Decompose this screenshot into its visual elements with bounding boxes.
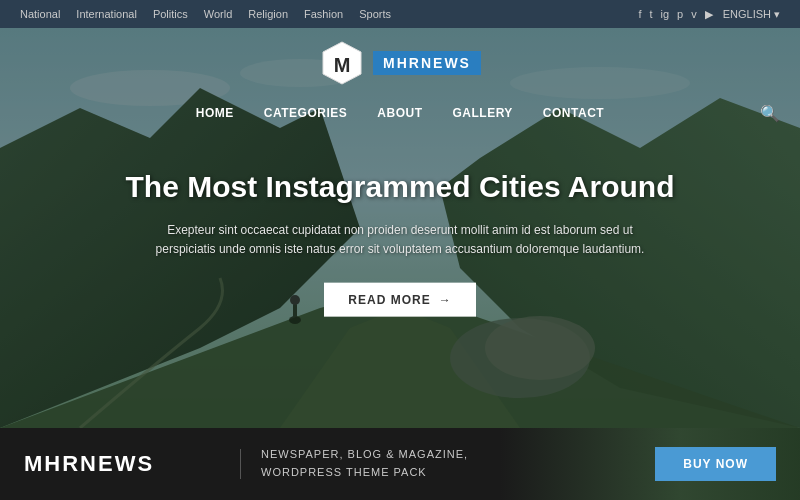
svg-text:M: M [334, 54, 351, 76]
read-more-button[interactable]: READ MORE → [324, 283, 475, 317]
social-icons: f t ig p v ▶ [638, 8, 712, 21]
logo-icon: M [319, 40, 365, 86]
main-navbar: HOME CATEGORIES ABOUT GALLERY CONTACT 🔍 [0, 94, 800, 132]
nav-contact[interactable]: CONTACT [543, 102, 604, 124]
hero-subtitle: Exepteur sint occaecat cupidatat non pro… [150, 221, 650, 259]
vimeo-icon[interactable]: v [691, 8, 697, 21]
banner-logo: MHRNEWS [0, 451, 220, 477]
nav-international[interactable]: International [76, 8, 137, 20]
banner-divider [240, 449, 241, 479]
hero-title: The Most Instagrammed Cities Around [40, 169, 760, 205]
banner-tagline: NEWSPAPER, BLOG & MAGAZINE, WORDPRESS TH… [261, 446, 655, 481]
youtube-icon[interactable]: ▶ [705, 8, 713, 21]
nav-gallery[interactable]: GALLERY [452, 102, 512, 124]
nav-national[interactable]: National [20, 8, 60, 20]
top-navigation: National International Politics World Re… [20, 8, 391, 20]
logo-area: M MHRNEWS [319, 28, 481, 94]
nav-world[interactable]: World [204, 8, 233, 20]
nav-about[interactable]: ABOUT [377, 102, 422, 124]
search-icon[interactable]: 🔍 [760, 104, 780, 123]
nav-religion[interactable]: Religion [248, 8, 288, 20]
logo-text: MHRNEWS [373, 51, 481, 75]
nav-fashion[interactable]: Fashion [304, 8, 343, 20]
tagline-line2: WORDPRESS THEME PACK [261, 464, 655, 482]
nav-links: HOME CATEGORIES ABOUT GALLERY CONTACT [196, 102, 604, 124]
hero-content: The Most Instagrammed Cities Around Exep… [40, 169, 760, 317]
buy-now-button[interactable]: BUY NOW [655, 447, 776, 481]
arrow-icon: → [439, 293, 452, 307]
hero-section: M MHRNEWS HOME CATEGORIES ABOUT GALLERY … [0, 28, 800, 428]
top-bar: National International Politics World Re… [0, 0, 800, 28]
top-right-area: f t ig p v ▶ ENGLISH ▾ [638, 8, 780, 21]
nav-sports[interactable]: Sports [359, 8, 391, 20]
nav-categories[interactable]: CATEGORIES [264, 102, 347, 124]
instagram-icon[interactable]: ig [661, 8, 670, 21]
site-header: M MHRNEWS HOME CATEGORIES ABOUT GALLERY … [0, 28, 800, 132]
nav-politics[interactable]: Politics [153, 8, 188, 20]
tagline-line1: NEWSPAPER, BLOG & MAGAZINE, [261, 446, 655, 464]
twitter-icon[interactable]: t [649, 8, 652, 21]
facebook-icon[interactable]: f [638, 8, 641, 21]
language-selector[interactable]: ENGLISH ▾ [723, 8, 780, 21]
bottom-banner: MHRNEWS NEWSPAPER, BLOG & MAGAZINE, WORD… [0, 428, 800, 500]
read-more-label: READ MORE [348, 293, 430, 307]
pinterest-icon[interactable]: p [677, 8, 683, 21]
nav-home[interactable]: HOME [196, 102, 234, 124]
